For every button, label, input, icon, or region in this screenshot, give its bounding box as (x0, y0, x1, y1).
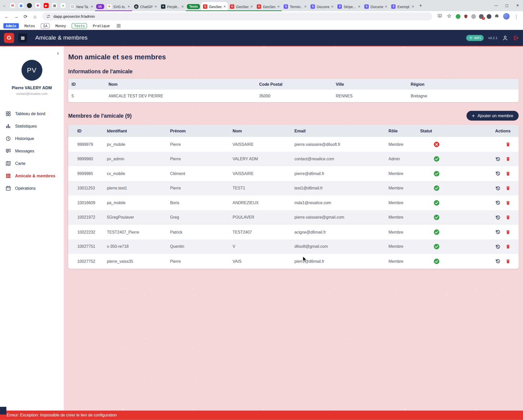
extension-green-icon[interactable] (456, 14, 461, 19)
maximize-icon[interactable]: ▢ (501, 4, 512, 8)
sidebar-item-messages[interactable]: Messages (0, 145, 63, 157)
tab-close-icon[interactable]: ✕ (385, 5, 387, 8)
home-icon[interactable]: ⌂ (31, 14, 39, 19)
youtube-icon[interactable]: ▶ (44, 3, 49, 8)
tab-group-ia[interactable]: IA (95, 2, 105, 11)
tab-close-icon[interactable]: ✕ (224, 5, 226, 8)
user-icon[interactable] (502, 35, 508, 41)
browser-tab[interactable]: GGeoSec...✕ (201, 2, 228, 11)
delete-icon[interactable] (505, 142, 511, 147)
browser-tab[interactable]: STermin...✕ (282, 2, 309, 11)
restore-icon[interactable] (495, 244, 501, 250)
tab-close-icon[interactable]: ✕ (250, 5, 253, 8)
delete-icon[interactable] (505, 185, 511, 191)
forward-icon[interactable]: → (12, 14, 20, 19)
delete-icon[interactable] (505, 244, 511, 250)
delete-icon[interactable] (505, 200, 511, 206)
tab-close-icon[interactable]: ✕ (91, 5, 93, 8)
sidebar-item-historique[interactable]: Historique (0, 132, 63, 145)
bookmark-money[interactable]: Money (55, 24, 66, 28)
browser-tab[interactable]: ✳SVG to...✕ (105, 2, 132, 11)
bookmark-tests[interactable]: Tests (72, 23, 87, 28)
install-icon[interactable] (436, 13, 444, 19)
bookmark-matos[interactable]: Matos (24, 24, 35, 28)
grid-app-icon[interactable]: ▦ (19, 3, 24, 8)
sidebar-item-operations[interactable]: Opérations (0, 182, 63, 195)
status-active-icon (420, 229, 458, 235)
tab-group-tests[interactable]: Tests (186, 2, 201, 11)
tab-close-icon[interactable]: ✕ (181, 5, 184, 8)
sidebar-item-tableau-de-bord[interactable]: Tableau de bord (0, 108, 63, 120)
browser-tab[interactable]: GGeoSec...✕ (255, 2, 282, 11)
profile-avatar[interactable] (503, 13, 510, 20)
reload-icon[interactable]: ⟳ (22, 14, 30, 19)
notification-icon[interactable]: 1 (479, 14, 484, 19)
shield-icon[interactable] (463, 14, 468, 19)
restore-icon[interactable] (495, 258, 501, 264)
minimize-icon[interactable]: — (491, 4, 501, 8)
add-member-button[interactable]: + Ajouter un membre (466, 111, 518, 120)
restore-icon[interactable] (495, 200, 501, 206)
tab-search-icon[interactable]: ⌄ (1, 3, 7, 8)
back-icon[interactable]: ← (3, 14, 11, 19)
browser-tab[interactable]: ◎ChatGP...✕ (132, 2, 159, 11)
browser-tab[interactable]: GGeoSec...✕ (228, 2, 255, 11)
tab-title: New Ta... (76, 5, 89, 9)
browser-tab[interactable]: SDocume...✕ (309, 2, 335, 11)
browser-tab[interactable]: SStripe...✕ (335, 2, 362, 11)
extension-dark-icon[interactable] (487, 14, 492, 19)
restore-icon[interactable] (495, 229, 501, 235)
sidebar: ‹ PV Pierre VALERY ADM contact@resalice.… (0, 46, 64, 411)
delete-icon[interactable] (505, 156, 511, 162)
notes-icon[interactable]: ▤ (52, 3, 57, 8)
site-info-icon[interactable] (46, 14, 51, 19)
bookmark-admin[interactable]: Admin (3, 23, 19, 28)
browser-tab[interactable]: SDocume...✕ (362, 2, 389, 11)
github-icon[interactable] (27, 3, 32, 8)
browser-tab[interactable]: SExempl...✕ (389, 2, 416, 11)
tab-close-icon[interactable]: ✕ (155, 5, 157, 8)
bookmark-ia[interactable]: IA (41, 23, 50, 28)
bookmark-pratique[interactable]: Pratique (93, 24, 110, 28)
browser-tab[interactable]: ▢New Ta...✕ (68, 2, 95, 11)
column-header: Statut (420, 129, 458, 133)
bookmark-star-icon[interactable] (445, 13, 453, 19)
tab-close-icon[interactable]: ✕ (412, 5, 414, 8)
sidebar-item-statistiques[interactable]: Statistiques (0, 120, 63, 132)
tab-group-label[interactable]: IA (96, 4, 104, 9)
tab-close-icon[interactable]: ✕ (358, 5, 360, 8)
restore-icon[interactable] (495, 215, 501, 220)
cell-nom: VAISSAIRE (233, 142, 295, 147)
browser-tab[interactable]: ✦Perple...✕ (159, 2, 186, 11)
tab-close-icon[interactable]: ✕ (331, 5, 333, 8)
puzzle-icon[interactable] (494, 14, 499, 19)
new-tab-button[interactable]: + (416, 3, 425, 9)
delete-icon[interactable] (505, 258, 511, 264)
logout-icon[interactable] (513, 35, 519, 41)
address-bar[interactable]: dapp.geosector.fr/admin (42, 12, 432, 20)
sidebar-item-carte[interactable]: Carte (0, 157, 63, 170)
delete-icon[interactable] (505, 229, 511, 235)
extension-gray-icon[interactable] (471, 14, 476, 19)
tab-close-icon[interactable]: ✕ (277, 5, 280, 8)
geosector-logo[interactable]: G (4, 33, 14, 43)
flower-icon[interactable]: ✱ (35, 3, 40, 8)
tab-close-icon[interactable]: ✕ (128, 5, 130, 8)
sidebar-item-amicale-membres[interactable]: Amicale & membres (0, 170, 63, 182)
tab-group-label[interactable]: Tests (187, 4, 200, 9)
gmail-icon[interactable]: M (10, 3, 15, 8)
actions-cell (458, 258, 513, 264)
restore-icon[interactable] (495, 185, 501, 191)
delete-icon[interactable] (505, 215, 511, 220)
apps-grid-icon[interactable] (116, 23, 121, 28)
tab-close-icon[interactable]: ✕ (304, 5, 307, 8)
restore-icon[interactable] (495, 171, 501, 177)
sidebar-collapse-icon[interactable]: ‹ (57, 50, 59, 56)
restore-icon[interactable] (495, 156, 501, 162)
amicale-table-header: IDNomCode PostalVilleRégion (68, 79, 519, 90)
close-icon[interactable]: ✕ (512, 4, 523, 8)
delete-icon[interactable] (505, 171, 511, 177)
menu-icon[interactable]: ⋮ (512, 14, 520, 19)
url-text[interactable]: dapp.geosector.fr/admin (54, 14, 95, 18)
status-dot-icon[interactable]: ● (60, 3, 65, 8)
